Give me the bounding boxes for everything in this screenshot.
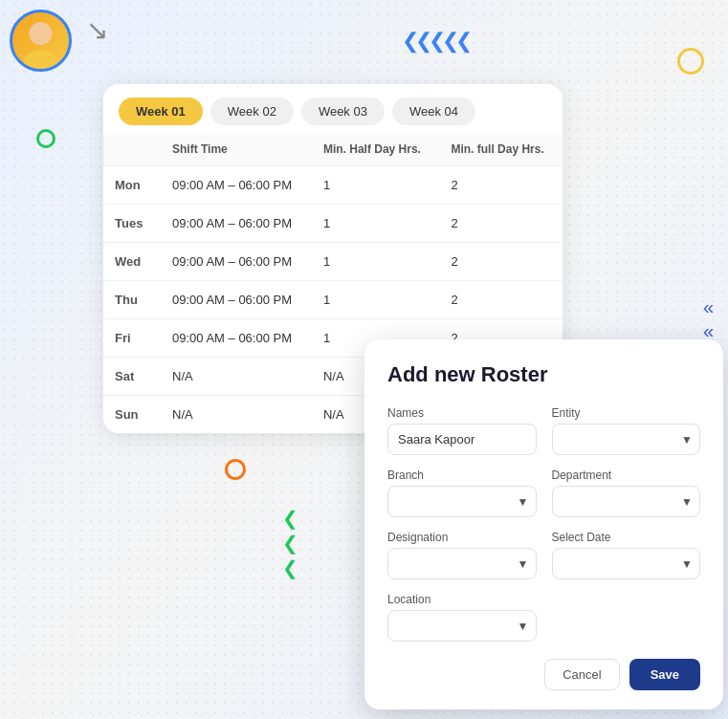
add-roster-modal: Add new Roster Names Entity ▼ Branch <box>364 339 723 709</box>
col-half-header: Min. Half Day Hrs. <box>312 133 440 166</box>
orange-circle-decoration <box>225 459 246 480</box>
modal-title: Add new Roster <box>387 362 700 387</box>
full-day-cell: 2 <box>439 205 563 243</box>
tab-week-02[interactable]: Week 02 <box>210 98 294 125</box>
designation-select-wrapper: ▼ <box>387 548 537 579</box>
day-cell: Fri <box>103 319 161 358</box>
designation-label: Designation <box>387 531 537 544</box>
names-input[interactable] <box>387 424 537 455</box>
select-date-label: Select Date <box>552 531 701 544</box>
gray-arrow-decoration: ↘ <box>86 14 108 46</box>
select-date-select[interactable] <box>552 548 701 579</box>
shift-cell: 09:00 AM – 06:00 PM <box>161 281 312 319</box>
shift-cell: 09:00 AM – 06:00 PM <box>161 319 312 358</box>
shift-cell: 09:00 AM – 06:00 PM <box>161 166 312 205</box>
full-day-cell: 2 <box>439 243 563 281</box>
half-day-cell: 1 <box>312 205 440 243</box>
half-day-cell: 1 <box>312 166 440 205</box>
save-button[interactable]: Save <box>629 659 700 690</box>
half-day-cell: 1 <box>312 243 440 281</box>
day-cell: Thu <box>103 281 161 319</box>
shift-cell: 09:00 AM – 06:00 PM <box>161 205 312 243</box>
green-chevrons-decoration: ❮ ❮ ❮ <box>282 507 298 579</box>
department-field-group: Department ▼ <box>552 468 701 517</box>
week-tabs-container: Week 01 Week 02 Week 03 Week 04 <box>103 84 563 125</box>
entity-label: Entity <box>552 406 701 420</box>
designation-select[interactable] <box>387 548 537 579</box>
tab-week-03[interactable]: Week 03 <box>301 98 385 125</box>
day-cell: Mon <box>103 166 161 205</box>
branch-select-wrapper: ▼ <box>387 486 537 517</box>
day-cell: Sat <box>103 358 161 396</box>
department-label: Department <box>552 468 701 482</box>
day-cell: Sun <box>103 396 161 434</box>
table-row: Mon 09:00 AM – 06:00 PM 1 2 <box>103 166 563 205</box>
form-grid: Names Entity ▼ Branch ▼ D <box>387 406 700 642</box>
day-cell: Wed <box>103 243 161 281</box>
avatar <box>10 10 72 72</box>
col-day-header <box>103 133 161 166</box>
cancel-button[interactable]: Cancel <box>544 659 619 690</box>
department-select-wrapper: ▼ <box>552 486 701 517</box>
location-label: Location <box>387 593 537 606</box>
half-day-cell: 1 <box>312 281 440 319</box>
entity-select[interactable] <box>552 424 701 455</box>
location-select-wrapper: ▼ <box>387 610 537 642</box>
branch-label: Branch <box>387 468 537 482</box>
green-circle-decoration <box>36 129 55 148</box>
branch-select[interactable] <box>387 486 537 517</box>
names-field-group: Names <box>387 406 537 455</box>
blue-arrows-top-decoration: ❮❮❮❮❮ <box>402 29 469 54</box>
day-cell: Tues <box>103 205 161 243</box>
table-row: Thu 09:00 AM – 06:00 PM 1 2 <box>103 281 563 319</box>
branch-field-group: Branch ▼ <box>387 468 537 517</box>
tab-week-04[interactable]: Week 04 <box>392 98 475 125</box>
full-day-cell: 2 <box>439 166 563 205</box>
yellow-circle-decoration <box>677 48 704 75</box>
col-shift-header: Shift Time <box>161 133 312 166</box>
entity-select-wrapper: ▼ <box>552 424 701 455</box>
tab-week-01[interactable]: Week 01 <box>119 98 203 125</box>
modal-footer: Cancel Save <box>387 659 700 690</box>
table-row: Wed 09:00 AM – 06:00 PM 1 2 <box>103 243 563 281</box>
shift-cell: 09:00 AM – 06:00 PM <box>161 243 312 281</box>
designation-field-group: Designation ▼ <box>387 531 537 579</box>
location-field-group: Location ▼ <box>387 593 537 642</box>
table-row: Tues 09:00 AM – 06:00 PM 1 2 <box>103 205 563 243</box>
department-select[interactable] <box>552 486 701 517</box>
svg-point-1 <box>24 50 57 69</box>
select-date-field-group: Select Date ▼ <box>552 531 701 579</box>
shift-cell: N/A <box>161 358 312 396</box>
shift-cell: N/A <box>161 396 312 434</box>
location-select[interactable] <box>387 610 537 642</box>
entity-field-group: Entity ▼ <box>552 406 701 455</box>
select-date-wrapper: ▼ <box>552 548 701 579</box>
svg-point-2 <box>30 22 53 45</box>
col-full-header: Min. full Day Hrs. <box>439 133 563 166</box>
full-day-cell: 2 <box>439 281 563 319</box>
names-label: Names <box>387 406 537 420</box>
